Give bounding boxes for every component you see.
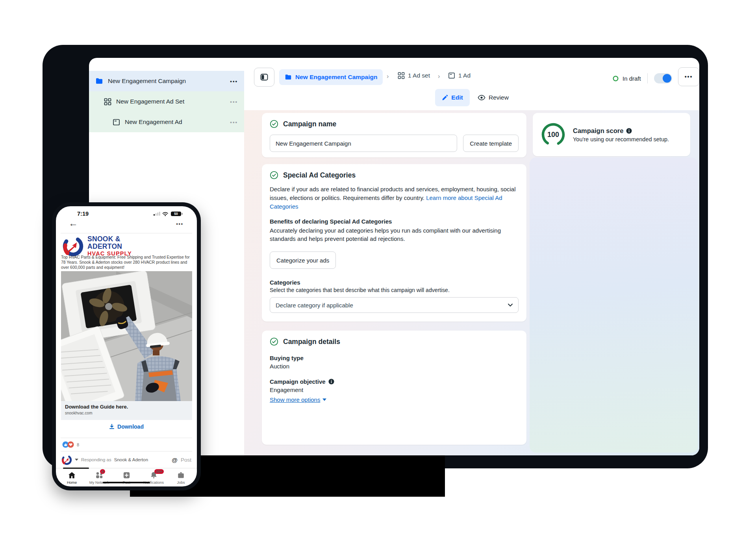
info-icon[interactable]: [626, 128, 632, 134]
section-title: Special Ad Categories: [283, 171, 356, 179]
page: New Engagement Campaign ••• New Engageme…: [0, 0, 756, 540]
row-menu-icon[interactable]: •••: [230, 119, 238, 125]
download-label: Download: [117, 423, 144, 430]
reactions-count: 8: [77, 442, 79, 447]
info-icon[interactable]: [328, 379, 334, 385]
divider: [61, 451, 192, 451]
grid-icon: [398, 72, 405, 79]
active-tab-indicator: [63, 468, 89, 469]
caret-down-icon[interactable]: [75, 459, 78, 461]
responding-name: Snook & Aderton: [114, 457, 148, 462]
breadcrumb-ad-label: 1 Ad: [458, 72, 471, 79]
download-icon: [109, 424, 115, 429]
sidebar-item-ad[interactable]: New Engagement Ad •••: [89, 112, 244, 132]
objective-label: Campaign objective: [270, 378, 519, 385]
publish-toggle[interactable]: [654, 73, 672, 83]
folder-icon: [285, 74, 292, 81]
pencil-icon: [442, 94, 448, 101]
score-description: You're using our recommended setup.: [573, 136, 669, 142]
back-arrow-icon[interactable]: ←: [69, 219, 78, 227]
wifi-icon: [163, 213, 168, 215]
check-circle-icon: [270, 337, 278, 346]
advertiser-logo: SNOOK & ADERTON HVAC SUPPLY: [62, 235, 132, 257]
draft-ring-icon: [613, 76, 619, 81]
sidebar-item-adset[interactable]: New Engagement Ad Set •••: [89, 91, 244, 112]
plus-post-icon: [122, 471, 131, 479]
create-template-button[interactable]: Create template: [463, 135, 519, 152]
sidebar-item-label: New Engagement Ad Set: [116, 98, 184, 105]
sidebar-item-label: New Engagement Campaign: [108, 78, 186, 85]
draft-status-label: In draft: [623, 75, 641, 82]
campaign-name-input[interactable]: [270, 135, 457, 152]
special-categories-description: Declare if your ads are related to finan…: [270, 185, 525, 211]
responder-avatar[interactable]: [61, 455, 72, 465]
draft-status: In draft: [613, 73, 672, 83]
tab-edit-label: Edit: [451, 94, 463, 101]
campaign-details-card: Campaign details Buying type Auction Cam…: [262, 331, 526, 445]
breadcrumb-campaign[interactable]: New Engagement Campaign: [279, 69, 383, 85]
status-bar: 7:19 50: [56, 210, 197, 218]
reactions-row[interactable]: 8: [62, 441, 79, 448]
caret-down-icon: [322, 398, 326, 401]
check-circle-icon: [270, 171, 278, 179]
notifications-badge: 20+: [154, 469, 164, 474]
score-gauge: 100: [541, 122, 566, 147]
check-circle-icon: [270, 120, 278, 128]
section-title: Campaign name: [283, 120, 336, 128]
nav-item-home[interactable]: Home: [58, 469, 85, 485]
ad-copy-text: Top HVAC Parts & Equipment: Free Shippin…: [61, 255, 192, 270]
cta-title: Download the Guide here.: [65, 404, 188, 410]
section-title: Campaign details: [283, 338, 340, 346]
show-more-options-link[interactable]: Show more options: [270, 396, 326, 403]
home-icon: [68, 471, 76, 479]
breadcrumb-adset[interactable]: 1 Ad set: [398, 72, 430, 79]
special-ad-categories-card: Special Ad Categories Declare if your ad…: [262, 164, 526, 322]
buying-type-value: Auction: [270, 363, 519, 370]
logo-text-line1: SNOOK &: [87, 236, 132, 243]
ad-image: [61, 271, 192, 401]
svg-text:50: 50: [174, 212, 178, 216]
battery-icon: 50: [171, 212, 183, 216]
logo-text-line2: ADERTON: [87, 243, 132, 250]
post-action[interactable]: Post: [181, 457, 191, 463]
chevron-down-icon: [508, 303, 513, 307]
objective-value: Engagement: [270, 387, 519, 393]
buying-type-label: Buying type: [270, 355, 519, 361]
content-area: Campaign name Create template Special Ad…: [244, 110, 699, 455]
divider: [61, 438, 192, 438]
status-time: 7:19: [77, 211, 89, 217]
snook-aderton-logo-icon: [62, 235, 84, 257]
divider: [647, 73, 648, 83]
nav-item-jobs[interactable]: Jobs: [167, 469, 195, 485]
download-button[interactable]: Download: [56, 423, 197, 430]
cta-url: snookhvac.com: [65, 411, 188, 415]
love-reaction-icon: [67, 441, 74, 448]
sidebar-item-campaign[interactable]: New Engagement Campaign •••: [89, 71, 244, 91]
benefits-description: Accurately declaring your ad categories …: [270, 226, 516, 243]
responding-row: Responding as Snook & Aderton @ Post: [61, 452, 191, 467]
breadcrumb-separator: ›: [387, 73, 389, 80]
ad-frame-icon: [448, 72, 455, 79]
benefits-title: Benefits of declaring Special Ad Categor…: [270, 218, 519, 225]
tab-edit[interactable]: Edit: [435, 89, 470, 106]
panel-collapse-icon: [260, 73, 269, 81]
post-menu-icon[interactable]: •••: [176, 221, 183, 227]
categories-label: Categories: [270, 279, 519, 286]
ad-cta-box[interactable]: Download the Guide here. snookhvac.com: [61, 401, 192, 420]
score-title: Campaign score: [573, 127, 623, 135]
tab-review-label: Review: [489, 94, 509, 101]
eye-icon: [478, 94, 485, 101]
breadcrumb-campaign-label: New Engagement Campaign: [295, 74, 377, 81]
sidebar-collapse-button[interactable]: [254, 68, 274, 87]
preview-panel: [530, 157, 698, 453]
row-menu-icon[interactable]: •••: [230, 78, 238, 84]
signal-icon: [154, 212, 160, 216]
breadcrumb-ad[interactable]: 1 Ad: [448, 72, 471, 79]
category-dropdown[interactable]: Declare category if applicable: [270, 297, 519, 313]
row-menu-icon[interactable]: •••: [230, 99, 238, 105]
mention-icon[interactable]: @: [172, 457, 178, 463]
window-more-button[interactable]: •••: [678, 67, 699, 86]
phone-mockup: 7:19 50 ← ••• SNOOK & ADERTON: [52, 202, 201, 490]
categorize-ads-button[interactable]: Categorize your ads: [270, 252, 336, 269]
tab-review[interactable]: Review: [478, 92, 509, 103]
